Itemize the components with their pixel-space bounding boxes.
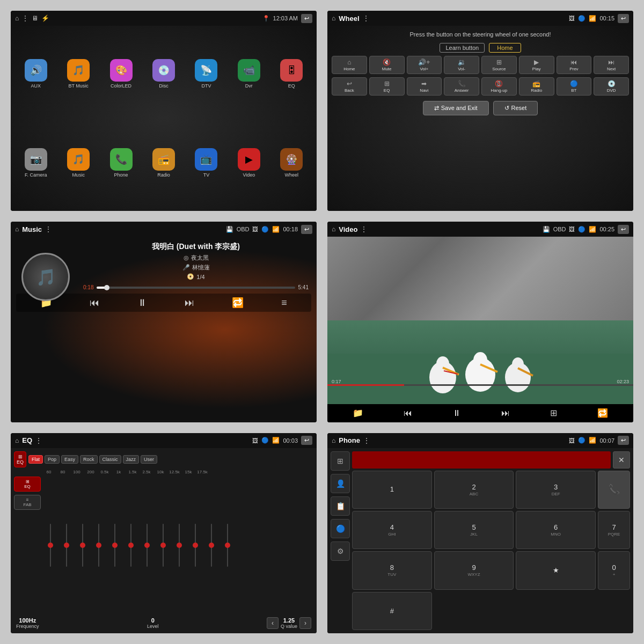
reset-button[interactable]: ↺ Reset: [493, 101, 538, 115]
video-prev-btn[interactable]: ⏮: [404, 408, 412, 418]
phone-key-1[interactable]: 1: [352, 471, 432, 509]
eq-fab-btn[interactable]: ≡FAB: [14, 495, 41, 510]
phone-delete-btn[interactable]: ✕: [613, 451, 630, 469]
eq-preset-flat[interactable]: Flat: [28, 455, 43, 464]
phone-bluetooth-btn[interactable]: 🔵: [331, 519, 350, 538]
eq-preset-user[interactable]: User: [141, 455, 157, 464]
phone-contacts-btn[interactable]: 👤: [331, 474, 350, 493]
video-pause-btn[interactable]: ⏸: [452, 408, 461, 418]
eq-slider-1[interactable]: [43, 477, 58, 614]
music-track-bar[interactable]: [97, 287, 295, 289]
music-progress-bar[interactable]: 0:18 5:41: [83, 284, 309, 290]
wheel-btn-navi[interactable]: ➡Navi: [407, 77, 442, 96]
eq-slider-11[interactable]: [204, 477, 219, 614]
eq-prev-btn[interactable]: ‹: [267, 617, 279, 629]
app-aux[interactable]: 🔊 AUX: [16, 31, 55, 117]
video-back-btn[interactable]: ↩: [618, 225, 629, 234]
eq-preset-pop[interactable]: Pop: [45, 455, 60, 464]
video-folder-btn[interactable]: 📁: [353, 408, 363, 418]
video-repeat-btn[interactable]: 🔁: [597, 408, 608, 418]
phone-key-5[interactable]: 5JKL: [434, 511, 514, 549]
eq-slider-8[interactable]: [156, 477, 171, 614]
app-disc[interactable]: 💿 Disc: [144, 31, 183, 117]
wheel-btn-dvd[interactable]: 💿DVD: [594, 77, 629, 96]
eq-preset-rock[interactable]: Rock: [80, 455, 98, 464]
phone-key-0[interactable]: 0+: [598, 551, 630, 589]
wheel-btn-answer[interactable]: 📞Answer: [444, 77, 479, 96]
phone-key-hash[interactable]: #: [352, 592, 432, 630]
app-wheel[interactable]: 🎡 Wheel: [272, 120, 311, 206]
eq-frequency-item: 100Hz Frequency: [16, 617, 39, 629]
learn-button[interactable]: Learn button: [440, 43, 485, 53]
phone-recents-btn[interactable]: 📋: [331, 496, 350, 516]
app-tv[interactable]: 📺 TV: [187, 120, 226, 206]
wheel-btn-voldown[interactable]: 🔉Vol-: [444, 56, 479, 74]
wheel-btn-eq[interactable]: ⊞EQ: [369, 77, 405, 96]
phone-key-4[interactable]: 4GHI: [352, 511, 432, 549]
wheel-btn-source[interactable]: ⊞Source: [481, 56, 517, 74]
app-radio[interactable]: 📻 Radio: [144, 120, 183, 206]
app-dtv[interactable]: 📡 DTV: [187, 31, 226, 117]
app-video[interactable]: ▶ Video: [229, 120, 268, 206]
app-phone[interactable]: 📞 Phone: [101, 120, 141, 206]
eq-slider-6[interactable]: [123, 477, 138, 614]
phone-key-7[interactable]: 7PQRE: [598, 511, 630, 549]
wheel-btn-prev[interactable]: ⏮Prev: [557, 56, 592, 74]
music-back-btn[interactable]: ↩: [301, 225, 312, 234]
app-colorled[interactable]: 🎨 ColorLED: [101, 31, 141, 117]
phone-call-btn[interactable]: 📞: [598, 471, 630, 509]
save-exit-button[interactable]: ⇄ Save and Exit: [423, 101, 489, 115]
phone-key-8[interactable]: 8TUV: [352, 551, 432, 589]
video-controls: 📁 ⏮ ⏸ ⏭ ⊞ 🔁: [327, 404, 633, 422]
wheel-btn-mute[interactable]: 🔇Mute: [369, 56, 405, 74]
eq-back-btn[interactable]: ↩: [301, 436, 312, 445]
video-expand-btn[interactable]: ⊞: [550, 408, 557, 418]
eq-preset-classic[interactable]: Classic: [99, 455, 121, 464]
eq-slider-5[interactable]: [107, 477, 122, 614]
phone-back-btn[interactable]: ↩: [618, 436, 629, 445]
eq-preset-easy[interactable]: Easy: [61, 455, 78, 464]
eq-slider-4[interactable]: [91, 477, 106, 614]
eq-sidebar-eq[interactable]: ⊞ EQ: [14, 451, 26, 467]
back-icon[interactable]: ↩: [301, 14, 312, 23]
eq-home-icon: ⌂: [15, 437, 19, 444]
eq-slider-12[interactable]: [220, 477, 235, 614]
app-fcamera[interactable]: 📷 F. Camera: [16, 120, 55, 206]
wheel-btn-next[interactable]: ⏭Next: [594, 56, 629, 74]
app-music[interactable]: 🎵 Music: [58, 120, 98, 206]
phone-key-star[interactable]: ★: [516, 551, 596, 589]
phone-key-2[interactable]: 2ABC: [434, 471, 514, 509]
music-prev-btn[interactable]: ⏮: [90, 297, 99, 309]
phone-settings-btn[interactable]: ⚙: [331, 541, 350, 561]
eq-slider-2[interactable]: [59, 477, 74, 614]
eq-slider-7[interactable]: [140, 477, 155, 614]
wheel-btn-radio[interactable]: 📻Radio: [519, 77, 554, 96]
wheel-btn-bt[interactable]: 🔵BT: [557, 77, 592, 96]
eq-slider-9[interactable]: [172, 477, 187, 614]
wheel-btn-play[interactable]: ▶Play: [519, 56, 554, 74]
phone-key-3[interactable]: 3DEF: [516, 471, 596, 509]
eq-slider-10[interactable]: [188, 477, 203, 614]
wheel-btn-home[interactable]: ⌂Home: [332, 56, 367, 74]
learn-value-btn[interactable]: Home: [489, 43, 521, 53]
eq-next-btn[interactable]: ›: [299, 617, 311, 629]
wheel-btn-volup[interactable]: 🔊+Vol+: [407, 56, 442, 74]
eq-eq-btn[interactable]: ⊞EQ: [14, 477, 41, 492]
app-btmusic[interactable]: 🎵 BT Music: [58, 31, 98, 117]
eq-slider-3[interactable]: [75, 477, 90, 614]
phone-dialpad-btn[interactable]: ⊞: [331, 451, 350, 471]
video-next-btn[interactable]: ⏭: [501, 408, 510, 418]
phone-key-6[interactable]: 6MNO: [516, 511, 596, 549]
music-pause-btn[interactable]: ⏸: [137, 297, 147, 309]
wheel-btn-back[interactable]: ↩Back: [332, 77, 367, 96]
phone-key-9[interactable]: 9WXYZ: [434, 551, 514, 589]
app-dvr[interactable]: 📹 Dvr: [229, 31, 268, 117]
music-list-btn[interactable]: ≡: [281, 297, 287, 309]
wheel-btn-hangup[interactable]: 📵Hang-up: [481, 77, 517, 96]
app-eq[interactable]: 🎛 EQ: [272, 31, 311, 117]
video-progress-bar[interactable]: [327, 384, 633, 386]
wheel-back-btn[interactable]: ↩: [618, 14, 629, 23]
music-next-btn[interactable]: ⏭: [185, 297, 194, 309]
eq-preset-jazz[interactable]: Jazz: [123, 455, 140, 464]
music-repeat-btn[interactable]: 🔁: [232, 297, 244, 309]
